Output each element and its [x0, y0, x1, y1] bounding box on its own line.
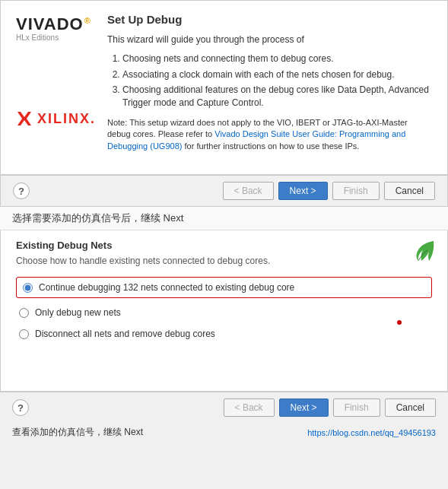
next-button-2[interactable]: Next > [279, 399, 329, 417]
radio-continue[interactable] [23, 283, 33, 293]
existing-debug-nets-desc: Choose how to handle existing nets conne… [16, 256, 432, 266]
cancel-button-2[interactable]: Cancel [385, 399, 436, 417]
instruction-text-1: 选择需要添加的仿真信号后，继续 Next [0, 207, 448, 230]
leaf-icon [412, 240, 435, 262]
xilinx-logo: XILINX. [16, 110, 96, 127]
button-bar-1: ? < Back Next > Finish Cancel [0, 176, 448, 207]
logo-area: VIVADO ® HLx Editions XILINX. [16, 13, 100, 162]
radio-disconnect-label: Disconnect all nets and remove debug cor… [35, 329, 215, 339]
radio-new[interactable] [19, 308, 29, 318]
xilinx-x-icon [16, 110, 33, 127]
wizard-content: Set Up Debug This wizard will guide you … [100, 13, 432, 162]
vivado-accent: ® [84, 16, 91, 25]
finish-button-1[interactable]: Finish [332, 182, 380, 200]
help-button-1[interactable]: ? [13, 183, 30, 199]
vivado-text: VIVADO [16, 16, 84, 33]
wizard-note: Note: This setup wizard does not apply t… [107, 117, 432, 152]
finish-button-2[interactable]: Finish [333, 399, 380, 417]
existing-debug-nets-panel: Existing Debug Nets Choose how to handle… [0, 230, 448, 392]
next-button-1[interactable]: Next > [278, 182, 328, 200]
btn-bar-right-1: < Back Next > Finish Cancel [223, 182, 435, 200]
wizard-panel: VIVADO ® HLx Editions XILINX. Set Up Deb… [0, 0, 448, 175]
back-button-2[interactable]: < Back [224, 399, 275, 417]
wizard-step-1: Choosing nets and connecting them to deb… [122, 52, 432, 65]
button-bar-2: ? < Back Next > Finish Cancel [0, 392, 448, 423]
radio-option-continue: Continue debugging 132 nets connected to… [16, 277, 432, 298]
wizard-title: Set Up Debug [107, 13, 432, 26]
red-dot [397, 320, 402, 325]
existing-debug-nets-title: Existing Debug Nets [16, 240, 432, 251]
radio-continue-label: Continue debugging 132 nets connected to… [39, 282, 294, 293]
help-button-2[interactable]: ? [12, 399, 29, 416]
vivado-logo: VIVADO ® HLx Editions [16, 16, 91, 42]
wizard-step-3: Choosing additional features on the debu… [122, 84, 432, 110]
instruction-bar-2: 查看添加的仿真信号，继续 Next https://blog.csdn.net/… [0, 423, 448, 443]
btn-bar-right-2: < Back Next > Finish Cancel [224, 399, 436, 417]
xilinx-text: XILINX. [37, 111, 96, 127]
cancel-button-1[interactable]: Cancel [384, 182, 435, 200]
radio-disconnect[interactable] [19, 329, 29, 339]
instruction-text-2: 查看添加的仿真信号，继续 Next [12, 426, 143, 439]
radio-option-new: Only debug new nets [16, 306, 432, 319]
wizard-step-2: Associating a clock domain with each of … [122, 68, 432, 81]
btn-bar-left-1: ? [13, 183, 30, 199]
radio-options-group: Continue debugging 132 nets connected to… [16, 277, 432, 341]
radio-option-disconnect: Disconnect all nets and remove debug cor… [16, 327, 432, 341]
wizard-steps: Choosing nets and connecting them to deb… [107, 52, 432, 110]
url-text[interactable]: https://blog.csdn.net/qq_49456193 [307, 428, 436, 437]
svg-marker-0 [17, 112, 31, 125]
hlx-edition: HLx Editions [16, 33, 91, 42]
spacer [16, 341, 432, 379]
back-button-1[interactable]: < Back [223, 182, 274, 200]
wizard-intro: This wizard will guide you through the p… [107, 33, 432, 46]
radio-new-label: Only debug new nets [35, 307, 121, 318]
